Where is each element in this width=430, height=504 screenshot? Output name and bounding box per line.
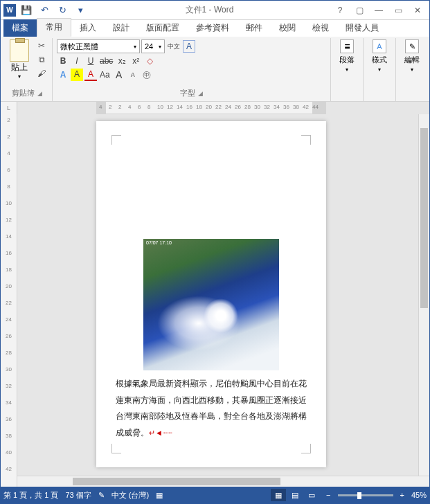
zoom-in-button[interactable]: + bbox=[400, 491, 404, 499]
zoom-thumb[interactable] bbox=[357, 492, 361, 499]
group-editing: ✎ 編輯▾ bbox=[396, 38, 428, 101]
paste-icon bbox=[10, 39, 29, 62]
ribbon-options-button[interactable]: ▢ bbox=[350, 3, 368, 18]
tab-developer[interactable]: 開發人員 bbox=[337, 19, 387, 37]
zoom-out-button[interactable]: − bbox=[326, 491, 330, 499]
proofing-button[interactable]: ✎ bbox=[98, 491, 105, 500]
quick-access-toolbar: 💾 ↶ ↻ ▾ bbox=[19, 3, 88, 18]
styles-button[interactable]: A 樣式▾ bbox=[368, 39, 391, 73]
view-switcher: ▦ ▤ ▭ bbox=[271, 489, 319, 501]
title-bar: W 💾 ↶ ↻ ▾ 文件1 - Word ? ▢ — ▭ ✕ bbox=[1, 1, 429, 20]
window-controls: ? ▢ — ▭ ✕ bbox=[331, 3, 427, 18]
body-paragraph[interactable]: 根據氣象局最新資料顯示，尼伯特颱風中心目前在花蓮東南方海面，向西北西移動，其暴風… bbox=[116, 376, 307, 441]
clipboard-launcher[interactable]: ◢ bbox=[37, 90, 42, 97]
font-size-combo[interactable]: 24▾ bbox=[141, 39, 165, 53]
print-layout-view[interactable]: ▦ bbox=[271, 489, 286, 501]
vertical-scrollbar[interactable] bbox=[418, 114, 429, 476]
char-border-button[interactable]: A bbox=[183, 40, 195, 53]
paste-label: 貼上 bbox=[11, 62, 28, 73]
paragraph-mark-icon: ↵◄┈┈ bbox=[149, 429, 172, 437]
clear-format-button[interactable]: ◇ bbox=[143, 55, 156, 67]
redo-button[interactable]: ↻ bbox=[55, 3, 70, 18]
subscript-button[interactable]: x₂ bbox=[116, 55, 128, 67]
language-indicator[interactable]: 中文 (台灣) bbox=[111, 490, 149, 501]
font-launcher[interactable]: ◢ bbox=[198, 90, 203, 97]
tab-insert[interactable]: 插入 bbox=[71, 19, 105, 37]
group-styles: A 樣式▾ bbox=[364, 38, 396, 101]
document-area: 224681012141618202224262830323436384042 … bbox=[1, 114, 429, 487]
tab-home[interactable]: 常用 bbox=[37, 18, 71, 37]
paragraph-icon: ≣ bbox=[340, 39, 354, 53]
horizontal-scrollbar[interactable] bbox=[17, 476, 429, 487]
scroll-thumb[interactable] bbox=[73, 478, 280, 485]
word-count[interactable]: 73 個字 bbox=[65, 490, 91, 501]
cut-button[interactable]: ✂ bbox=[35, 39, 48, 52]
web-layout-view[interactable]: ▭ bbox=[304, 489, 319, 501]
chevron-down-icon: ▾ bbox=[18, 73, 21, 80]
italic-button[interactable]: I bbox=[71, 55, 83, 67]
image-timestamp: 07/07 17:10 bbox=[146, 240, 172, 245]
margin-corner-icon bbox=[301, 135, 311, 145]
ruler-row: L 42246810121416182022242628303234363842… bbox=[1, 102, 429, 114]
macro-button[interactable]: ▦ bbox=[156, 491, 163, 500]
highlight-button[interactable]: A bbox=[71, 69, 83, 81]
text-effects-button[interactable]: A bbox=[57, 69, 69, 81]
tab-design[interactable]: 設計 bbox=[105, 19, 138, 37]
tab-layout[interactable]: 版面配置 bbox=[138, 19, 188, 37]
word-app-icon: W bbox=[3, 4, 16, 17]
undo-button[interactable]: ↶ bbox=[37, 3, 52, 18]
margin-corner-icon bbox=[301, 444, 311, 453]
group-clipboard: 貼上 ▾ ✂ ⧉ 🖌 剪貼簿 ◢ bbox=[2, 38, 53, 101]
paragraph-button[interactable]: ≣ 段落▾ bbox=[335, 39, 359, 73]
page: 07/07 17:10 根據氣象局最新資料顯示，尼伯特颱風中心目前在花蓮東南方海… bbox=[96, 121, 326, 467]
format-painter-button[interactable]: 🖌 bbox=[35, 67, 48, 80]
paste-button[interactable]: 貼上 ▾ bbox=[6, 39, 33, 80]
zoom-level[interactable]: 45% bbox=[411, 491, 427, 499]
help-button[interactable]: ? bbox=[331, 3, 349, 18]
tab-references[interactable]: 參考資料 bbox=[188, 19, 238, 37]
window-title: 文件1 - Word bbox=[88, 4, 331, 16]
read-mode-view[interactable]: ▤ bbox=[287, 489, 303, 501]
editing-icon: ✎ bbox=[405, 39, 419, 53]
phonetic-guide-button[interactable]: 中文 bbox=[166, 40, 181, 53]
font-color-button[interactable]: A bbox=[84, 69, 97, 81]
styles-icon: A bbox=[373, 39, 386, 53]
copy-button[interactable]: ⧉ bbox=[35, 53, 48, 66]
margin-corner-icon bbox=[111, 135, 121, 145]
status-bar: 第 1 頁，共 1 頁 73 個字 ✎ 中文 (台灣) ▦ ▦ ▤ ▭ − + … bbox=[1, 487, 429, 503]
grow-font-button[interactable]: A bbox=[113, 69, 125, 81]
tab-mailings[interactable]: 郵件 bbox=[238, 19, 271, 37]
scroll-thumb[interactable] bbox=[420, 128, 428, 308]
horizontal-ruler[interactable]: 4224681012141618202224262830323436384244 bbox=[96, 102, 326, 114]
restore-button[interactable]: ▭ bbox=[389, 3, 407, 18]
font-name-combo[interactable]: 微軟正黑體▾ bbox=[57, 39, 140, 53]
group-font: 微軟正黑體▾ 24▾ 中文 A B I U abc x₂ x² ◇ A A A bbox=[53, 38, 331, 101]
close-button[interactable]: ✕ bbox=[409, 3, 427, 18]
canvas[interactable]: 07/07 17:10 根據氣象局最新資料顯示，尼伯特颱風中心目前在花蓮東南方海… bbox=[17, 114, 418, 476]
tab-file[interactable]: 檔案 bbox=[3, 19, 37, 37]
group-paragraph: ≣ 段落▾ bbox=[331, 38, 364, 101]
minimize-button[interactable]: — bbox=[370, 3, 388, 18]
tab-review[interactable]: 校閱 bbox=[271, 19, 304, 37]
ruler-corner[interactable]: L bbox=[1, 102, 17, 114]
shrink-font-button[interactable]: A bbox=[127, 69, 139, 81]
page-indicator[interactable]: 第 1 頁，共 1 頁 bbox=[3, 490, 58, 501]
underline-button[interactable]: U bbox=[84, 55, 97, 67]
ribbon-tabs: 檔案 常用 插入 設計 版面配置 參考資料 郵件 校閱 檢視 開發人員 bbox=[1, 20, 429, 37]
editing-button[interactable]: ✎ 編輯▾ bbox=[400, 39, 424, 73]
qat-more-button[interactable]: ▾ bbox=[73, 3, 88, 18]
zoom-slider[interactable] bbox=[338, 494, 393, 496]
tab-view[interactable]: 檢視 bbox=[304, 19, 337, 37]
bold-button[interactable]: B bbox=[57, 55, 69, 67]
change-case-button[interactable]: Aa bbox=[98, 69, 111, 81]
strike-button[interactable]: abc bbox=[98, 55, 114, 67]
ribbon: 貼上 ▾ ✂ ⧉ 🖌 剪貼簿 ◢ 微軟正黑體▾ 24▾ 中文 bbox=[1, 37, 429, 102]
satellite-image[interactable]: 07/07 17:10 bbox=[143, 239, 279, 370]
enclose-char-button[interactable]: ㊥ bbox=[141, 69, 153, 81]
superscript-button[interactable]: x² bbox=[129, 55, 142, 67]
save-button[interactable]: 💾 bbox=[19, 3, 34, 18]
font-group-label: 字型 ◢ bbox=[57, 87, 326, 100]
vertical-ruler[interactable]: 224681012141618202224262830323436384042 bbox=[1, 114, 17, 487]
clipboard-group-label: 剪貼簿 ◢ bbox=[6, 87, 48, 100]
margin-corner-icon bbox=[111, 444, 121, 453]
